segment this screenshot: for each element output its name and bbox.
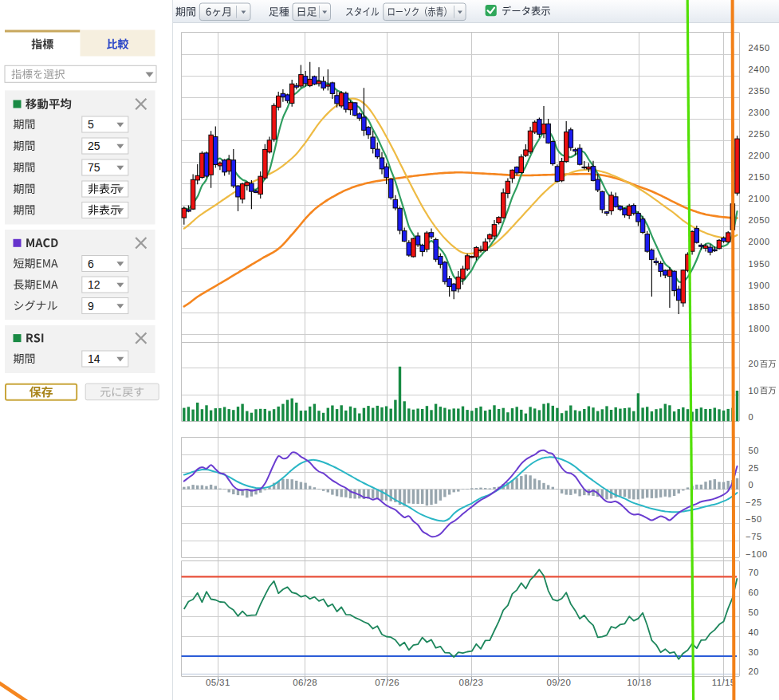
svg-text:70: 70 [749, 568, 760, 577]
svg-text:40: 40 [749, 627, 760, 637]
svg-text:60: 60 [749, 588, 760, 597]
svg-text:25: 25 [88, 140, 100, 152]
svg-text:−100: −100 [746, 549, 768, 559]
svg-text:2200: 2200 [749, 151, 770, 160]
svg-text:2400: 2400 [749, 65, 770, 74]
svg-text:10/18: 10/18 [627, 678, 651, 687]
svg-text:0: 0 [749, 412, 754, 422]
svg-text:08/23: 08/23 [459, 678, 484, 687]
svg-text:09/20: 09/20 [546, 678, 571, 687]
svg-text:75: 75 [88, 161, 100, 174]
svg-text:1800: 1800 [749, 324, 770, 333]
svg-text:0: 0 [749, 480, 754, 490]
svg-text:2300: 2300 [749, 108, 770, 117]
svg-text:1850: 1850 [749, 302, 770, 312]
svg-text:20: 20 [749, 359, 760, 368]
svg-text:50: 50 [749, 608, 760, 617]
svg-text:12: 12 [88, 278, 100, 291]
svg-text:06/28: 06/28 [293, 678, 317, 687]
svg-text:11/15: 11/15 [712, 678, 736, 687]
svg-text:1900: 1900 [749, 281, 770, 290]
svg-text:2100: 2100 [749, 194, 770, 203]
svg-text:2250: 2250 [749, 129, 770, 139]
svg-text:−50: −50 [746, 514, 762, 524]
svg-text:20: 20 [749, 667, 760, 676]
svg-text:50: 50 [749, 446, 760, 455]
svg-text:2150: 2150 [749, 172, 770, 182]
svg-text:2050: 2050 [749, 215, 770, 225]
svg-text:25: 25 [749, 463, 760, 473]
svg-text:10: 10 [749, 386, 760, 395]
svg-text:05/31: 05/31 [206, 678, 230, 687]
svg-text:9: 9 [88, 300, 94, 313]
svg-text:−25: −25 [746, 497, 762, 507]
svg-text:1950: 1950 [749, 259, 770, 269]
svg-text:07/26: 07/26 [375, 678, 399, 687]
svg-text:30: 30 [749, 647, 760, 657]
svg-text:5: 5 [88, 118, 94, 131]
svg-text:2350: 2350 [749, 86, 770, 96]
svg-text:−75: −75 [746, 532, 762, 541]
svg-text:14: 14 [88, 352, 100, 365]
svg-text:2450: 2450 [749, 43, 770, 53]
svg-text:6: 6 [88, 258, 94, 270]
svg-text:2000: 2000 [749, 237, 770, 246]
